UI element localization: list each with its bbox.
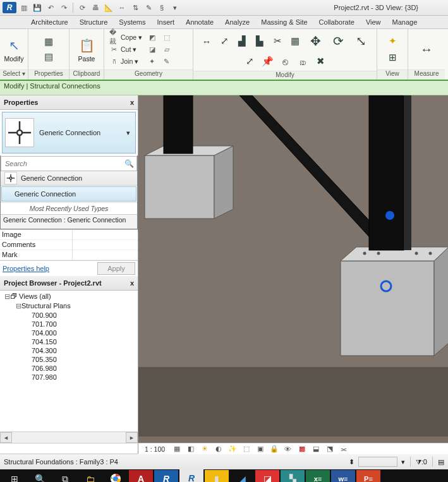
properties-help-link[interactable]: Properties help (3, 265, 49, 272)
tree-leaf[interactable]: 706.980 (3, 364, 135, 373)
prop-image-value[interactable] (73, 230, 138, 240)
join-button[interactable]: ⩃Join ▾ (108, 56, 143, 67)
tab-view[interactable]: View (360, 17, 387, 27)
unpin-icon[interactable]: ⎋ (278, 54, 292, 68)
geom-icon-1[interactable]: ◩ (147, 33, 157, 42)
dropdown-mru-item[interactable]: Generic Connection : Generic Connection (1, 214, 137, 229)
cut-button[interactable]: ✂Cut ▾ (108, 44, 143, 55)
view-icon-1[interactable]: ✦ (385, 34, 399, 48)
qat-redo-icon[interactable]: ↷ (58, 2, 70, 13)
dropdown-item-selected[interactable]: Generic Connection (1, 186, 136, 202)
trim-icon[interactable]: ⤡ (351, 32, 370, 51)
qat-align-icon[interactable]: ↔ (116, 2, 128, 13)
status-field[interactable] (358, 457, 397, 467)
group-icon[interactable]: ⎄ (296, 54, 310, 68)
panel-label-select[interactable]: Select ▾ (0, 69, 28, 80)
word-icon[interactable]: w≡ (331, 470, 355, 482)
tab-collaborate[interactable]: Collaborate (313, 17, 360, 27)
tab-massing[interactable]: Massing & Site (255, 17, 313, 27)
tab-systems[interactable]: Systems (113, 17, 151, 27)
detail-level-icon[interactable]: ▦ (172, 444, 181, 454)
prop-mark-value[interactable] (73, 250, 138, 260)
mirror-pick-icon[interactable]: ▙ (253, 34, 267, 48)
qat-dropdown-icon[interactable]: ▾ (169, 2, 181, 13)
tab-annotate[interactable]: Annotate (180, 17, 219, 27)
cope-button[interactable]: �裁Cope ▾ (108, 32, 143, 43)
qat-measure-icon[interactable]: 📐 (103, 2, 114, 13)
autocad-icon[interactable]: A (129, 470, 153, 482)
offset-icon[interactable]: ⤢ (217, 34, 231, 48)
tree-root[interactable]: ⊟🗇 Views (all) (3, 292, 135, 301)
tree-leaf[interactable]: 707.980 (3, 373, 135, 382)
close-icon[interactable]: x (130, 99, 134, 106)
3d-viewport[interactable] (138, 95, 448, 443)
filter-icon[interactable]: ⧩ (416, 458, 421, 466)
qat-open-icon[interactable]: ▥ (18, 2, 30, 13)
crop-region-icon[interactable]: ▣ (255, 444, 265, 454)
app-icon[interactable]: R (3, 2, 16, 13)
browser-hscroll[interactable]: ◄ ► (0, 431, 138, 443)
qat-save-icon[interactable]: 💾 (32, 2, 43, 13)
revit-bg-icon[interactable]: R (154, 470, 178, 482)
app-yellow-icon[interactable]: ▮ (205, 470, 229, 482)
search-input[interactable] (4, 159, 124, 168)
pin-icon[interactable]: 📌 (260, 54, 274, 68)
view-scale[interactable]: 1 : 100 (142, 445, 167, 453)
task-view-button[interactable]: ⧉ (53, 470, 77, 482)
shadows-icon[interactable]: ◐ (214, 444, 223, 454)
qat-print-icon[interactable]: 🖶 (90, 2, 101, 13)
prop-comments-value[interactable] (73, 240, 138, 250)
tab-architecture[interactable]: Architecture (25, 17, 74, 27)
paste-button[interactable]: 📋 Paste (75, 35, 99, 64)
app-red-icon[interactable]: ◪ (255, 470, 279, 482)
rendering-icon[interactable]: ✨ (227, 444, 237, 454)
analytical-icon[interactable]: ⬔ (325, 444, 334, 454)
excel-icon[interactable]: x≡ (306, 470, 330, 482)
crop-view-icon[interactable]: ⬚ (241, 444, 251, 454)
qat-sync-icon[interactable]: ⟳ (76, 2, 88, 13)
project-browser-tree[interactable]: ⊟🗇 Views (all) ⊟Structural Plans 700.900… (0, 291, 138, 431)
chrome-icon[interactable] (104, 470, 128, 482)
move-icon[interactable]: ✥ (306, 32, 325, 51)
visual-style-icon[interactable]: ◧ (186, 444, 195, 454)
type-selector[interactable]: Generic Connection ▾ (2, 112, 136, 154)
tree-leaf[interactable]: 701.700 (3, 320, 135, 328)
tree-group[interactable]: ⊟Structural Plans (3, 301, 135, 311)
delete-icon[interactable]: ✖ (313, 54, 327, 68)
selection-options-icon[interactable]: ▤ (438, 458, 444, 466)
split-icon[interactable]: ✂ (270, 34, 284, 48)
press-drag-icon[interactable]: ⬍ (349, 458, 354, 466)
scale-icon[interactable]: ⤢ (243, 54, 257, 68)
powerpoint-icon[interactable]: P≡ (356, 470, 380, 482)
search-icon[interactable]: 🔍 (124, 159, 134, 168)
modify-tool-button[interactable]: ↖ Modify (2, 35, 27, 64)
geom-icon-3[interactable]: ✦ (147, 57, 157, 66)
qat-undo-icon[interactable]: ↶ (45, 2, 56, 13)
tree-leaf[interactable]: 705.350 (3, 355, 135, 364)
tab-analyze[interactable]: Analyze (219, 17, 255, 27)
type-search[interactable]: 🔍 (1, 156, 137, 171)
revit-active-icon[interactable]: R (179, 469, 203, 482)
start-button[interactable]: ⊞ (3, 470, 27, 482)
scroll-left-icon[interactable]: ◄ (0, 432, 12, 443)
tree-leaf[interactable]: 700.900 (3, 311, 135, 320)
geom-icon-2[interactable]: ◪ (147, 45, 157, 54)
worksharing-icon[interactable]: ⬓ (311, 444, 320, 454)
explorer-icon[interactable]: 🗀 (78, 470, 102, 482)
qat-section-icon[interactable]: § (156, 2, 167, 13)
apply-button[interactable]: Apply (97, 262, 135, 275)
chevron-down-icon[interactable]: ▾ (124, 129, 133, 137)
reveal-hidden-icon[interactable]: ▩ (297, 444, 306, 454)
scroll-right-icon[interactable]: ► (126, 432, 138, 443)
qat-dim-icon[interactable]: ⇅ (130, 2, 141, 13)
geom-icon-4[interactable]: ⬚ (162, 33, 171, 42)
autodesk-icon[interactable]: ◢ (230, 470, 254, 482)
type-properties-icon[interactable]: ▦ (42, 35, 56, 49)
measure-icon[interactable]: ↔ (417, 40, 436, 59)
close-icon[interactable]: x (130, 279, 134, 287)
tree-leaf[interactable]: 704.300 (3, 346, 135, 355)
tab-manage[interactable]: Manage (387, 17, 423, 27)
tree-leaf[interactable]: 704.150 (3, 337, 135, 346)
mirror-axis-icon[interactable]: ▟ (235, 34, 249, 48)
properties-palette-icon[interactable]: ▤ (42, 50, 56, 64)
